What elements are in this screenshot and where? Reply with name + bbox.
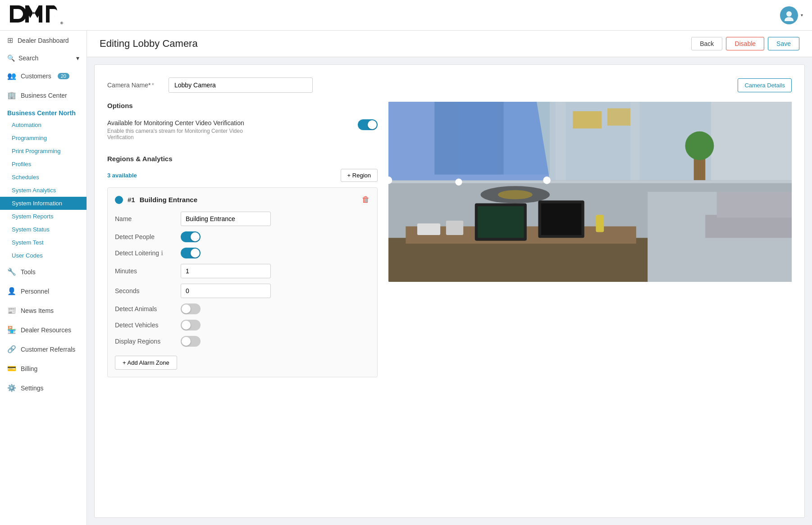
regions-header: 3 available + Region: [107, 169, 378, 182]
minutes-row: Minutes: [115, 264, 370, 278]
toggle-track[interactable]: [181, 303, 201, 314]
svg-rect-21: [388, 180, 792, 183]
detect-animals-toggle[interactable]: [181, 303, 201, 314]
toggle-knob: [182, 337, 191, 346]
camera-name-input[interactable]: [169, 77, 313, 93]
dealer-dashboard-label: Dealer Dashboard: [18, 37, 69, 44]
disable-button[interactable]: Disable: [726, 37, 764, 50]
toggle-track[interactable]: [358, 119, 378, 130]
toggle-track[interactable]: [181, 320, 201, 330]
sidebar-item-business-center[interactable]: 🏢 Business Center: [0, 86, 87, 105]
sidebar-item-personnel[interactable]: 👤 Personnel: [0, 281, 87, 301]
toggle-track[interactable]: [181, 231, 201, 242]
sidebar-sub-item-automation[interactable]: Automation: [0, 118, 87, 131]
monitoring-toggle[interactable]: [358, 119, 378, 130]
sidebar-item-customer-referrals[interactable]: 🔗 Customer Referrals: [0, 339, 87, 359]
tools-label: Tools: [21, 268, 36, 276]
detect-loitering-label: Detect Loitering ℹ: [115, 249, 173, 257]
grid-icon: ⊞: [7, 36, 13, 45]
sidebar-sub-item-profiles[interactable]: Profiles: [0, 158, 87, 171]
sidebar-sub-item-user-codes[interactable]: User Codes: [0, 249, 87, 262]
sidebar-item-settings[interactable]: ⚙️ Settings: [0, 378, 87, 398]
svg-rect-14: [630, 102, 639, 180]
sidebar-item-tools[interactable]: 🔧 Tools: [0, 262, 87, 281]
customers-badge: 20: [58, 73, 69, 79]
detect-loitering-toggle[interactable]: [181, 248, 201, 258]
dealer-resources-label: Dealer Resources: [21, 326, 71, 334]
sidebar-item-customers[interactable]: 👥 Customers 20: [0, 66, 87, 86]
sidebar-sub-item-system-information[interactable]: System Information: [0, 197, 87, 210]
two-col-layout: Options Available for Monitoring Center …: [107, 102, 792, 377]
detect-people-label: Detect People: [115, 233, 173, 240]
options-title: Options: [107, 102, 378, 109]
sidebar-item-news-items[interactable]: 📰 News Items: [0, 301, 87, 320]
edit-form: Camera Name* Camera Details Options Avai…: [94, 64, 805, 518]
detect-people-toggle[interactable]: [181, 231, 201, 242]
svg-point-32: [498, 190, 533, 199]
svg-rect-16: [607, 109, 630, 126]
delete-region-icon[interactable]: 🗑: [362, 195, 370, 204]
svg-point-41: [455, 179, 462, 186]
sidebar-sub-item-programming[interactable]: Programming: [0, 131, 87, 145]
option1-desc: Enable this camera's stream for Monitori…: [107, 128, 251, 140]
sidebar-item-search[interactable]: 🔍 Search ▾: [0, 50, 87, 66]
tools-icon: 🔧: [7, 267, 16, 276]
add-alarm-zone-button[interactable]: + Add Alarm Zone: [115, 356, 177, 370]
add-region-button[interactable]: + Region: [341, 169, 378, 182]
detect-animals-label: Detect Animals: [115, 305, 173, 312]
sidebar-sub-item-system-analytics[interactable]: System Analytics: [0, 184, 87, 197]
seconds-row: Seconds: [115, 284, 370, 298]
region-name-input[interactable]: [181, 212, 271, 226]
sidebar-sub-item-system-reports[interactable]: System Reports: [0, 210, 87, 223]
user-area[interactable]: ▾: [780, 6, 803, 24]
sidebar-item-dealer-resources[interactable]: 🏪 Dealer Resources: [0, 320, 87, 339]
info-icon[interactable]: ℹ: [161, 249, 163, 257]
option-row-monitoring: Available for Monitoring Center Video Ve…: [107, 116, 378, 144]
seconds-input[interactable]: [181, 284, 271, 298]
page-header: Editing Lobby Camera Back Disable Save: [87, 31, 812, 57]
sidebar-item-dealer-dashboard[interactable]: ⊞ Dealer Dashboard: [0, 31, 87, 50]
news-items-label: News Items: [21, 307, 54, 314]
dmp-logo: ®: [9, 3, 63, 25]
minutes-input[interactable]: [181, 264, 271, 278]
svg-rect-28: [417, 223, 440, 235]
svg-point-19: [685, 131, 714, 160]
sidebar-sub-item-system-test[interactable]: System Test: [0, 236, 87, 249]
header-actions: Back Disable Save: [691, 37, 799, 50]
customers-icon: 👥: [7, 72, 16, 80]
svg-rect-25: [478, 206, 524, 238]
billing-label: Billing: [21, 365, 37, 372]
customer-referrals-label: Customer Referrals: [21, 346, 75, 353]
content: Editing Lobby Camera Back Disable Save C…: [87, 31, 812, 525]
region-number: #1: [128, 196, 135, 204]
chevron-down-icon: ▾: [801, 13, 803, 18]
svg-rect-27: [541, 204, 582, 235]
back-button[interactable]: Back: [691, 37, 722, 50]
available-count: 3 available: [107, 172, 137, 179]
sidebar-sub-item-print-programming[interactable]: Print Programming: [0, 145, 87, 158]
detect-vehicles-toggle[interactable]: [181, 320, 201, 330]
svg-point-39: [543, 177, 550, 184]
display-regions-toggle[interactable]: [181, 336, 201, 347]
detect-people-row: Detect People: [115, 231, 370, 242]
save-button[interactable]: Save: [768, 37, 799, 50]
seconds-label: Seconds: [115, 287, 173, 294]
sidebar-sub-item-schedules[interactable]: Schedules: [0, 171, 87, 184]
camera-details-button[interactable]: Camera Details: [738, 78, 792, 92]
sidebar-sub-item-system-status[interactable]: System Status: [0, 223, 87, 236]
customers-label: Customers: [21, 72, 51, 80]
toggle-track[interactable]: [181, 248, 201, 258]
toggle-knob: [182, 321, 191, 330]
toggle-knob: [191, 249, 200, 258]
toggle-knob: [368, 120, 377, 129]
toggle-track[interactable]: [181, 336, 201, 347]
options-section: Options Available for Monitoring Center …: [107, 102, 378, 144]
form-right: [388, 102, 792, 377]
detect-vehicles-row: Detect Vehicles: [115, 320, 370, 330]
main-layout: ⊞ Dealer Dashboard 🔍 Search ▾ 👥 Customer…: [0, 31, 812, 525]
camera-name-label: Camera Name*: [107, 81, 161, 89]
logo: ®: [9, 3, 63, 28]
sidebar-item-billing[interactable]: 💳 Billing: [0, 359, 87, 378]
search-label: Search: [18, 54, 38, 62]
page-title: Editing Lobby Camera: [100, 38, 198, 50]
